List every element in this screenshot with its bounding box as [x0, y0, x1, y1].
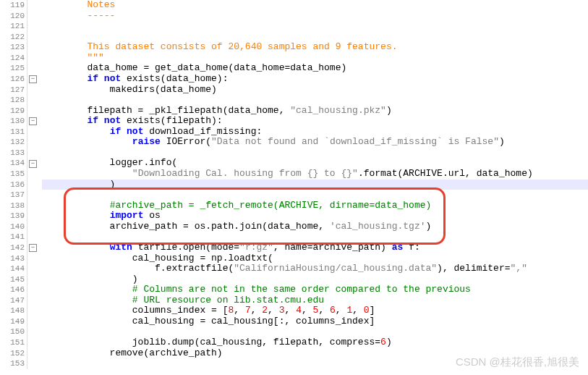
token-kw: if not [87, 73, 121, 84]
line-number: 138 [0, 201, 25, 211]
token-num: 2 [262, 305, 268, 316]
token-str: "CaliforniaHousing/cal_housing.data" [234, 263, 437, 274]
token-id: logger.info( [42, 157, 177, 168]
code-line[interactable]: #archive_path = _fetch_remote(ARCHIVE, d… [42, 201, 588, 211]
fold-gutter: −−−− [27, 0, 39, 369]
code-line[interactable]: # Columns are not in the same order comp… [42, 285, 588, 295]
code-line[interactable]: makedirs(data_home) [42, 85, 588, 96]
code-line[interactable]: cal_housing = cal_housing[:, columns_ind… [42, 316, 588, 327]
token-id: ), delimiter= [437, 263, 510, 274]
code-editor: 1191201211221231241251261271281291301311… [0, 0, 588, 369]
token-id [42, 115, 87, 126]
code-line[interactable]: # URL resource on lib.stat.cmu.edu [42, 295, 588, 306]
line-number: 125 [0, 63, 25, 74]
code-line[interactable]: "Downloading Cal. housing from {} to {}"… [42, 169, 588, 180]
code-line[interactable]: data_home = get_data_home(data_home=data… [42, 63, 588, 74]
token-id: remove(archive_path) [42, 347, 223, 358]
token-num: 6 [380, 337, 386, 347]
token-str: "Data not found and `download_if_missing… [211, 136, 499, 147]
code-line[interactable]: archive_path = os.path.join(data_home, '… [42, 222, 588, 232]
code-line[interactable]: columns_index = [8, 7, 2, 3, 4, 5, 6, 1,… [42, 306, 588, 316]
token-kw: if not [87, 115, 121, 126]
token-id: ) [386, 105, 392, 116]
code-line[interactable]: joblib.dump(cal_housing, filepath, compr… [42, 337, 588, 348]
token-docstr: """ [42, 52, 104, 63]
code-line[interactable]: cal_housing = np.loadtxt( [42, 253, 588, 264]
line-number: 148 [0, 306, 25, 316]
line-number: 147 [0, 295, 25, 306]
code-line[interactable]: logger.info( [42, 158, 588, 169]
line-number: 126 [0, 74, 25, 85]
token-id: ) [426, 221, 432, 232]
token-id [42, 295, 132, 306]
token-id: os [143, 210, 160, 221]
token-num: 0 [364, 305, 370, 316]
code-line[interactable] [42, 21, 588, 32]
token-id: cal_housing = cal_housing[:, columns_ind… [42, 316, 375, 326]
line-number: 135 [0, 169, 25, 180]
line-number: 128 [0, 95, 25, 106]
token-id [42, 242, 110, 253]
code-line[interactable]: f.extractfile("CaliforniaHousing/cal_hou… [42, 264, 588, 274]
code-line[interactable]: raise IOError("Data not found and `downl… [42, 137, 588, 148]
code-area[interactable]: Notes ----- This dataset consists of 20,… [39, 0, 588, 369]
token-id: tarfile.open(mode= [132, 242, 239, 253]
code-line[interactable]: ----- [42, 11, 588, 22]
token-id: IOError( [161, 136, 211, 147]
code-line[interactable]: ) [42, 180, 588, 190]
line-number: 149 [0, 316, 25, 327]
code-line[interactable] [42, 32, 588, 43]
token-num: 3 [279, 305, 285, 316]
fold-toggle[interactable]: − [29, 160, 37, 168]
line-number: 133 [0, 148, 25, 159]
code-line[interactable] [42, 148, 588, 159]
line-number: 129 [0, 106, 25, 117]
fold-toggle[interactable]: − [29, 117, 37, 125]
token-comment: #archive_path = _fetch_remote(ARCHIVE, d… [110, 200, 432, 211]
line-number: 144 [0, 264, 25, 274]
token-kw: as [392, 242, 404, 253]
line-number: 132 [0, 137, 25, 148]
token-id: ] [370, 305, 375, 316]
token-docstr: ----- [42, 10, 115, 21]
line-number: 153 [0, 358, 25, 369]
token-comment: # URL resource on lib.stat.cmu.edu [132, 295, 324, 306]
code-line[interactable]: ) [42, 274, 588, 285]
code-line[interactable]: if not download_if_missing: [42, 127, 588, 138]
token-id [42, 136, 132, 147]
token-id: filepath = _pkl_filepath(data_home, [42, 105, 290, 116]
token-id: , [318, 305, 330, 316]
token-id: download_if_missing: [143, 126, 262, 137]
code-line[interactable]: if not exists(filepath): [42, 116, 588, 127]
token-id: exists(data_home): [121, 73, 228, 84]
token-kw: import [110, 210, 144, 221]
code-line[interactable]: import os [42, 211, 588, 222]
token-str: 'cal_housing.tgz' [330, 221, 426, 232]
line-number: 151 [0, 337, 25, 348]
token-id: archive_path = os.path.join(data_home, [42, 221, 330, 232]
token-id: , [251, 305, 263, 316]
code-line[interactable]: if not exists(data_home): [42, 74, 588, 85]
code-line[interactable]: """ [42, 53, 588, 64]
line-number: 152 [0, 348, 25, 359]
line-number: 130 [0, 116, 25, 127]
line-number-gutter: 1191201211221231241251261271281291301311… [0, 0, 27, 369]
code-line[interactable] [42, 190, 588, 201]
code-line[interactable]: Notes [42, 0, 588, 11]
code-line[interactable]: filepath = _pkl_filepath(data_home, "cal… [42, 106, 588, 117]
token-id: , [268, 305, 279, 316]
line-number: 134 [0, 158, 25, 169]
code-line[interactable] [42, 95, 588, 106]
fold-toggle[interactable]: − [29, 244, 37, 252]
line-number: 131 [0, 127, 25, 138]
code-line[interactable] [42, 232, 588, 243]
line-number: 137 [0, 190, 25, 201]
code-line[interactable] [42, 326, 588, 337]
token-kw: with [110, 242, 132, 253]
code-line[interactable]: with tarfile.open(mode="r:gz", name=arch… [42, 243, 588, 253]
token-id: ) [42, 179, 115, 190]
line-number: 122 [0, 32, 25, 43]
fold-toggle[interactable]: − [29, 75, 37, 83]
code-line[interactable]: This dataset consists of 20,640 samples … [42, 42, 588, 53]
token-comment: # Columns are not in the same order comp… [132, 284, 471, 295]
